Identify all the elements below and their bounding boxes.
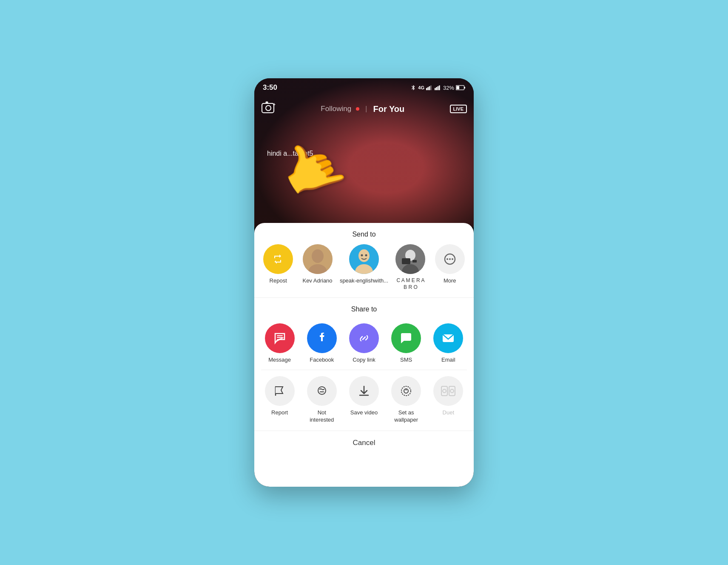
phone-frame: hindi a...tas pt5 🤙 3:50 4G <box>254 78 474 487</box>
svg-point-40 <box>401 386 411 396</box>
send-to-label: Send to <box>254 223 474 244</box>
svg-point-31 <box>452 258 453 260</box>
bottom-sheet: Send to Repost <box>254 223 474 487</box>
more-label: More <box>444 277 456 285</box>
repost-avatar <box>263 244 293 274</box>
status-icons: 4G 32% <box>410 85 465 91</box>
tiktok-header: + Following | For You LIVE <box>254 97 474 121</box>
svg-rect-1 <box>427 87 429 90</box>
contact-more[interactable]: More <box>433 244 467 285</box>
svg-rect-4 <box>435 88 436 90</box>
action-notinterested[interactable]: Not interested <box>305 376 339 424</box>
setwallpaper-label: Set as wallpaper <box>394 409 418 424</box>
svg-rect-3 <box>430 86 432 90</box>
copylink-icon <box>349 323 379 353</box>
contacts-row: Repost Kev Adriano <box>254 244 474 297</box>
notinterested-icon-bg <box>307 376 337 406</box>
signal-icon <box>426 85 433 91</box>
share-email[interactable]: Email <box>431 323 465 363</box>
svg-point-22 <box>365 254 367 257</box>
report-label: Report <box>271 409 288 417</box>
savevideo-label: Save video <box>350 409 378 417</box>
nav-tabs: Following | For You <box>321 104 404 114</box>
sms-label: SMS <box>400 357 412 363</box>
email-icon <box>433 323 463 353</box>
bluetooth-icon <box>410 85 416 91</box>
share-facebook[interactable]: Facebook <box>305 323 339 363</box>
svg-rect-7 <box>439 86 440 90</box>
notinterested-label: Not interested <box>310 409 334 424</box>
share-to-label: Share to <box>254 298 474 319</box>
svg-rect-11 <box>262 103 274 113</box>
svg-rect-9 <box>464 87 465 88</box>
svg-rect-13 <box>266 102 268 103</box>
copylink-label: Copy link <box>353 357 375 363</box>
svg-point-29 <box>446 258 448 260</box>
status-bar: 3:50 4G 32% <box>254 78 474 97</box>
battery-icon <box>456 85 465 90</box>
facebook-icon <box>307 323 337 353</box>
report-icon-bg <box>265 376 295 406</box>
svg-rect-26 <box>402 258 410 264</box>
svg-point-16 <box>312 249 324 263</box>
speak-label: speak-englishwith... <box>340 277 388 285</box>
svg-point-19 <box>358 249 370 262</box>
camera-effect-icon[interactable]: + <box>261 101 276 117</box>
svg-point-46 <box>450 389 454 393</box>
sms-icon <box>391 323 421 353</box>
svg-rect-10 <box>456 86 459 89</box>
action-setwallpaper[interactable]: Set as wallpaper <box>389 376 423 424</box>
nav-separator: | <box>365 105 367 113</box>
camera-avatar <box>395 244 425 274</box>
contact-repost[interactable]: Repost <box>261 244 295 285</box>
savevideo-icon-bg <box>349 376 379 406</box>
notification-dot <box>356 107 359 111</box>
svg-point-30 <box>449 258 451 260</box>
following-tab[interactable]: Following <box>321 105 351 113</box>
action-report[interactable]: Report <box>263 376 297 417</box>
duet-icon-bg <box>433 376 463 406</box>
svg-rect-2 <box>429 86 430 90</box>
email-label: Email <box>441 357 455 363</box>
battery-percent: 32% <box>443 85 454 91</box>
svg-rect-5 <box>436 87 437 90</box>
contact-speak[interactable]: speak-englishwith... <box>340 244 388 285</box>
svg-rect-6 <box>438 86 439 90</box>
live-button[interactable]: LIVE <box>450 105 467 113</box>
kev-label: Kev Adriano <box>302 277 332 285</box>
svg-point-45 <box>443 389 446 393</box>
message-label: Message <box>268 357 291 363</box>
action-savevideo[interactable]: Save video <box>347 376 381 417</box>
contact-camera[interactable]: C A M E R A B R O <box>393 244 427 291</box>
contact-kev[interactable]: Kev Adriano <box>301 244 335 285</box>
cancel-text: Cancel <box>353 439 375 447</box>
4g-badge: 4G <box>418 85 424 90</box>
svg-text:+: + <box>273 102 276 107</box>
share-copylink[interactable]: Copy link <box>347 323 381 363</box>
duet-label: Duet <box>443 409 454 417</box>
more-avatar <box>435 244 465 274</box>
signal2-icon <box>435 85 441 91</box>
kev-avatar <box>303 244 333 274</box>
for-you-tab[interactable]: For You <box>373 104 405 114</box>
cancel-bar[interactable]: Cancel <box>254 431 474 455</box>
share-sms[interactable]: SMS <box>389 323 423 363</box>
apps-row: Message Facebook <box>254 319 474 370</box>
message-icon <box>265 323 295 353</box>
actions-row: Report Not interested <box>254 370 474 431</box>
status-time: 3:50 <box>263 83 277 92</box>
share-message[interactable]: Message <box>263 323 297 363</box>
svg-rect-27 <box>412 260 417 263</box>
facebook-label: Facebook <box>310 357 334 363</box>
camera-label: C A M E R A B R O <box>396 277 424 291</box>
svg-point-12 <box>266 106 271 111</box>
repost-label: Repost <box>270 277 287 285</box>
speak-avatar <box>349 244 379 274</box>
svg-point-21 <box>361 254 363 257</box>
action-duet[interactable]: Duet <box>431 376 465 417</box>
svg-rect-0 <box>426 88 427 90</box>
setwallpaper-icon-bg <box>391 376 421 406</box>
